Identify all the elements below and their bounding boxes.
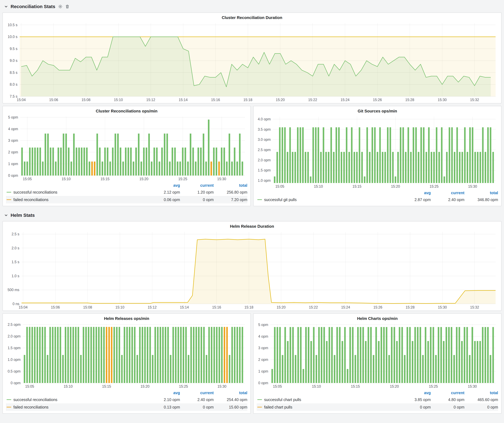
legend-col-total[interactable]: total: [464, 191, 498, 195]
helm-release-duration-chart[interactable]: 0 ns500 ms1.0 s1.5 s2.0 s2.5 s15:0415:06…: [4, 229, 500, 311]
svg-text:15:10: 15:10: [62, 177, 71, 181]
svg-text:3 opm: 3 opm: [8, 138, 18, 142]
helm-charts-ops-chart[interactable]: 0 opm1 opm2 opm3 opm4 opm5 opm15:0515:10…: [255, 322, 500, 390]
legend-row-successful-reconciliations[interactable]: successful reconciliations 2.12 opm 1.20…: [6, 188, 247, 196]
legend-col-avg[interactable]: avg: [397, 391, 431, 395]
svg-text:15:30: 15:30: [217, 384, 227, 388]
series-marker: [6, 407, 11, 407]
panel-title[interactable]: Helm Release Duration: [3, 222, 501, 229]
legend-col-current[interactable]: current: [431, 391, 464, 395]
section-header-reconciliation-stats[interactable]: Reconciliation Stats: [2, 2, 502, 11]
svg-text:15:10: 15:10: [314, 184, 323, 188]
series-label: successful git pulls: [264, 198, 297, 202]
legend-col-avg[interactable]: avg: [146, 391, 180, 395]
series-avg: 0.06 opm: [146, 198, 180, 202]
svg-text:15:08: 15:08: [82, 98, 90, 102]
panel-git-sources-ops: Git Sources ops/min 1.0 opm1.5 opm2.0 op…: [253, 106, 502, 206]
svg-text:15:30: 15:30: [468, 184, 477, 188]
svg-text:8.0 s: 8.0 s: [10, 82, 18, 86]
panel-helm-releases-ops: Helm Releases ops/min 0 opm0.5 opm1.0 op…: [2, 313, 251, 414]
svg-text:4 opm: 4 opm: [258, 334, 268, 338]
panel-title[interactable]: Helm Releases ops/min: [3, 314, 251, 322]
series-marker: [6, 192, 11, 193]
series-total: 465.60 opm: [464, 397, 498, 402]
svg-text:9.0 s: 9.0 s: [10, 59, 18, 63]
series-marker: [257, 399, 262, 400]
legend-col-total[interactable]: total: [464, 391, 498, 395]
svg-text:15:05: 15:05: [25, 384, 34, 388]
svg-text:1.0 opm: 1.0 opm: [258, 178, 271, 182]
series-current: 4.80 opm: [431, 397, 464, 402]
legend-row-failed-reconciliations[interactable]: failed reconciliations 0.06 opm 0 opm 7.…: [6, 196, 247, 203]
svg-text:15:14: 15:14: [180, 305, 189, 309]
section-header-helm-stats[interactable]: Helm Stats: [2, 211, 502, 220]
svg-text:15:26: 15:26: [373, 98, 382, 102]
svg-text:15:18: 15:18: [243, 98, 252, 102]
series-current: 0 opm: [431, 405, 464, 409]
svg-text:15:16: 15:16: [211, 98, 220, 102]
svg-text:15:28: 15:28: [405, 98, 414, 102]
series-avg: 0.13 opm: [146, 405, 180, 409]
cluster-reconciliations-ops-chart[interactable]: 0 opm1 opm2 opm3 opm4 opm5 opm15:0515:10…: [4, 114, 249, 182]
series-total: 0 opm: [464, 405, 498, 409]
legend-col-current[interactable]: current: [180, 183, 214, 188]
svg-text:15:26: 15:26: [373, 305, 383, 309]
svg-text:15:10: 15:10: [312, 384, 321, 388]
legend-row-successful-reconciliations[interactable]: successful reconciliations 2.10 opm 2.40…: [6, 396, 247, 403]
svg-text:15:15: 15:15: [351, 384, 360, 388]
git-sources-ops-chart[interactable]: 1.0 opm1.5 opm2.0 opm2.5 opm3.0 opm3.5 o…: [255, 114, 500, 190]
panel-helm-release-duration: Helm Release Duration 0 ns500 ms1.0 s1.5…: [2, 221, 502, 311]
panel-title[interactable]: Git Sources ops/min: [253, 106, 501, 114]
helm-releases-ops-chart[interactable]: 0 opm0.5 opm1.0 opm1.5 opm2.0 opm2.5 opm…: [4, 322, 249, 390]
legend-col-current[interactable]: current: [431, 191, 464, 195]
svg-text:15:10: 15:10: [64, 384, 73, 388]
svg-text:1.5 opm: 1.5 opm: [258, 168, 271, 172]
legend-header-row: avg current total: [257, 390, 498, 396]
legend-col-avg[interactable]: avg: [397, 191, 431, 195]
svg-text:8.5 s: 8.5 s: [10, 70, 18, 75]
trash-icon[interactable]: [65, 4, 69, 9]
panel-title[interactable]: Cluster Reconciliation Duration: [3, 13, 501, 21]
legend-col-total[interactable]: total: [214, 391, 247, 395]
svg-text:15:30: 15:30: [438, 305, 447, 309]
legend-col-avg[interactable]: avg: [146, 183, 180, 188]
svg-text:15:25: 15:25: [178, 177, 187, 181]
legend-row-successful-git-pulls[interactable]: successful git pulls 2.87 opm 2.40 opm 3…: [257, 196, 498, 203]
svg-text:15:04: 15:04: [19, 305, 28, 309]
gear-icon[interactable]: [58, 4, 62, 9]
chevron-down-icon[interactable]: [4, 213, 8, 217]
series-avg: 2.10 opm: [146, 397, 180, 402]
svg-text:15:04: 15:04: [17, 98, 26, 102]
legend-row-successful-chart-pulls[interactable]: successful chart pulls 3.85 opm 4.80 opm…: [257, 396, 498, 403]
series-label: failed reconciliations: [13, 198, 48, 202]
legend-row-failed-reconciliations[interactable]: failed reconciliations 0.13 opm 0 opm 15…: [6, 403, 247, 411]
series-total: 7.20 opm: [214, 198, 247, 202]
svg-text:0.5 opm: 0.5 opm: [8, 369, 21, 373]
svg-text:15:18: 15:18: [244, 305, 253, 309]
panel-title[interactable]: Helm Charts ops/min: [253, 314, 501, 322]
svg-text:15:08: 15:08: [83, 305, 92, 309]
legend-header-row: avg current total: [6, 182, 247, 188]
series-avg: 3.85 opm: [397, 397, 431, 402]
svg-text:1 opm: 1 opm: [8, 162, 18, 166]
svg-text:15:15: 15:15: [102, 384, 111, 388]
series-current: 1.20 opm: [180, 190, 214, 194]
legend-col-current[interactable]: current: [180, 391, 214, 395]
legend-col-total[interactable]: total: [214, 183, 247, 188]
svg-text:15:20: 15:20: [139, 177, 149, 181]
chevron-down-icon[interactable]: [4, 5, 8, 8]
legend-row-failed-chart-pulls[interactable]: failed chart pulls 0 opm 0 opm 0 opm: [257, 403, 498, 411]
svg-text:2.0 s: 2.0 s: [12, 246, 19, 250]
series-current: 2.40 opm: [180, 397, 214, 402]
svg-text:0 opm: 0 opm: [258, 381, 268, 385]
svg-text:15:10: 15:10: [114, 98, 123, 102]
series-current: 0 opm: [180, 405, 214, 409]
cluster-reconciliation-duration-chart[interactable]: 7.5 s8.0 s8.5 s9.0 s9.5 s10.0 s10.5 s15:…: [4, 21, 500, 103]
section-title: Helm Stats: [11, 213, 35, 218]
svg-text:15:20: 15:20: [390, 384, 399, 388]
svg-text:1 opm: 1 opm: [258, 369, 268, 373]
svg-text:15:24: 15:24: [341, 305, 350, 309]
panel-title[interactable]: Cluster Reconciliations ops/min: [3, 106, 251, 114]
series-current: 2.40 opm: [431, 198, 464, 202]
svg-text:15:30: 15:30: [468, 384, 477, 388]
